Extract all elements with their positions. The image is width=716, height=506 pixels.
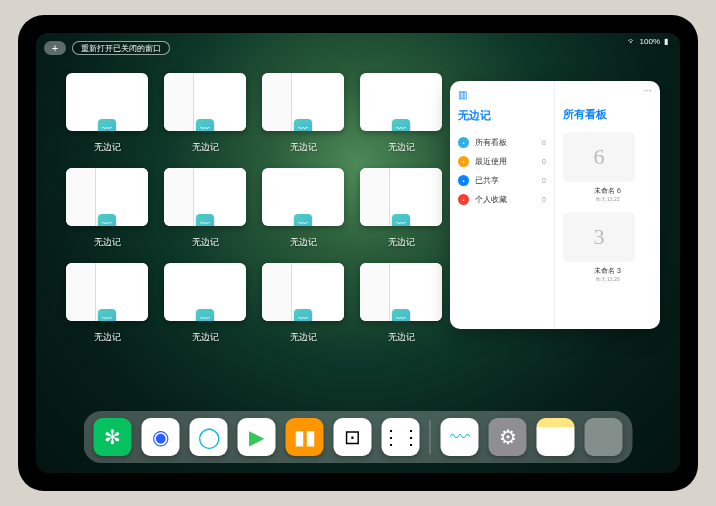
reopen-window-button[interactable]: 重新打开已关闭的窗口 <box>72 41 170 55</box>
window-label: 无边记 <box>94 331 121 344</box>
freeform-icon: 〰 <box>294 119 312 131</box>
window-label: 无边记 <box>290 331 317 344</box>
dock-app-settings[interactable]: ⚙ <box>489 418 527 456</box>
freeform-icon: 〰 <box>294 214 312 226</box>
new-window-button[interactable]: + <box>44 41 66 55</box>
freeform-icon: 〰 <box>196 309 214 321</box>
board-thumb: 6 <box>563 132 635 182</box>
wifi-icon: ᯤ <box>628 37 636 46</box>
sidebar-item[interactable]: •个人收藏0 <box>458 190 546 209</box>
window-label: 无边记 <box>290 141 317 154</box>
sidebar-item-count: 0 <box>542 177 546 184</box>
board-sublabel: 昨天 11:20 <box>563 276 652 282</box>
freeform-icon: 〰 <box>98 119 116 131</box>
window-thumb[interactable]: 〰无边记 <box>262 263 344 344</box>
window-label: 无边记 <box>388 236 415 249</box>
window-label: 无边记 <box>290 236 317 249</box>
dock-separator <box>430 420 431 454</box>
freeform-icon: 〰 <box>98 309 116 321</box>
more-icon[interactable]: ··· <box>644 85 652 96</box>
window-thumb[interactable]: 〰无边记 <box>164 73 246 154</box>
person-icon: • <box>458 175 469 186</box>
popover-main: 所有看板 6未命名 6昨天 11:233未命名 3昨天 11:20 <box>555 81 660 329</box>
main-title: 所有看板 <box>563 107 652 122</box>
window-label: 无边记 <box>94 236 121 249</box>
window-thumb[interactable]: 〰无边记 <box>66 263 148 344</box>
app-switcher-grid: 〰无边记〰无边记〰无边记〰无边记〰无边记〰无边记〰无边记〰无边记〰无边记〰无边记… <box>66 73 446 344</box>
sidebar-item-count: 0 <box>542 196 546 203</box>
window-thumb[interactable]: 〰无边记 <box>360 73 442 154</box>
dock-app-play[interactable]: ▶ <box>238 418 276 456</box>
sidebar-item[interactable]: •所有看板8 <box>458 133 546 152</box>
battery-icon: ▮ <box>664 37 668 46</box>
window-thumb[interactable]: 〰无边记 <box>262 168 344 249</box>
screen: ᯤ 100% ▮ + 重新打开已关闭的窗口 〰无边记〰无边记〰无边记〰无边记〰无… <box>36 33 680 473</box>
sidebar-item-label: 所有看板 <box>475 137 507 148</box>
window-thumb[interactable]: 〰无边记 <box>164 168 246 249</box>
board-label: 未命名 3 <box>563 266 652 276</box>
status-bar: ᯤ 100% ▮ <box>628 37 668 46</box>
dock: ✻◉◯▶▮▮⊡⋮⋮〰⚙ <box>84 411 633 463</box>
window-thumb[interactable]: 〰无边记 <box>360 263 442 344</box>
sidebar-item-count: 0 <box>542 158 546 165</box>
board-card[interactable]: 3未命名 3昨天 11:20 <box>563 212 652 282</box>
window-label: 无边记 <box>192 141 219 154</box>
boards-list: 6未命名 6昨天 11:233未命名 3昨天 11:20 <box>563 132 652 282</box>
popover-sidebar: ▥ 无边记 •所有看板8•最近使用0•已共享0•个人收藏0 <box>450 81 555 329</box>
dock-app-freeform[interactable]: 〰 <box>441 418 479 456</box>
dock-app-dots[interactable]: ⋮⋮ <box>382 418 420 456</box>
freeform-icon: 〰 <box>392 309 410 321</box>
window-label: 无边记 <box>388 331 415 344</box>
window-thumb[interactable]: 〰无边记 <box>66 73 148 154</box>
dock-app-wechat[interactable]: ✻ <box>94 418 132 456</box>
window-label: 无边记 <box>94 141 121 154</box>
sidebar-item[interactable]: •已共享0 <box>458 171 546 190</box>
freeform-icon: 〰 <box>392 119 410 131</box>
dock-app-quark-blue[interactable]: ◉ <box>142 418 180 456</box>
window-thumb[interactable]: 〰无边记 <box>262 73 344 154</box>
sidebar-item-label: 个人收藏 <box>475 194 507 205</box>
grid-icon: • <box>458 137 469 148</box>
board-sublabel: 昨天 11:23 <box>563 196 652 202</box>
window-label: 无边记 <box>192 331 219 344</box>
sidebar-item-count: 8 <box>542 139 546 146</box>
sidebar-item[interactable]: •最近使用0 <box>458 152 546 171</box>
sidebar-toggle-icon[interactable]: ▥ <box>458 89 467 100</box>
dock-app-books[interactable]: ▮▮ <box>286 418 324 456</box>
device-frame: ᯤ 100% ▮ + 重新打开已关闭的窗口 〰无边记〰无边记〰无边记〰无边记〰无… <box>18 15 698 491</box>
dock-app-notes[interactable] <box>537 418 575 456</box>
window-thumb[interactable]: 〰无边记 <box>66 168 148 249</box>
sidebar-list: •所有看板8•最近使用0•已共享0•个人收藏0 <box>458 133 546 209</box>
freeform-popover: ··· ▥ 无边记 •所有看板8•最近使用0•已共享0•个人收藏0 所有看板 6… <box>450 81 660 329</box>
freeform-icon: 〰 <box>196 119 214 131</box>
freeform-icon: 〰 <box>196 214 214 226</box>
board-thumb: 3 <box>563 212 635 262</box>
freeform-icon: 〰 <box>98 214 116 226</box>
sidebar-item-label: 最近使用 <box>475 156 507 167</box>
board-card[interactable]: 6未命名 6昨天 11:23 <box>563 132 652 202</box>
top-controls: + 重新打开已关闭的窗口 <box>44 41 170 55</box>
dock-folder[interactable] <box>585 418 623 456</box>
window-thumb[interactable]: 〰无边记 <box>164 263 246 344</box>
freeform-icon: 〰 <box>294 309 312 321</box>
window-label: 无边记 <box>388 141 415 154</box>
board-label: 未命名 6 <box>563 186 652 196</box>
window-label: 无边记 <box>192 236 219 249</box>
freeform-icon: 〰 <box>392 214 410 226</box>
dock-app-dice[interactable]: ⊡ <box>334 418 372 456</box>
clock-icon: • <box>458 156 469 167</box>
heart-icon: • <box>458 194 469 205</box>
sidebar-item-label: 已共享 <box>475 175 499 186</box>
window-thumb[interactable]: 〰无边记 <box>360 168 442 249</box>
battery-label: 100% <box>640 37 660 46</box>
sidebar-title: 无边记 <box>458 108 546 123</box>
dock-app-quark-cyan[interactable]: ◯ <box>190 418 228 456</box>
